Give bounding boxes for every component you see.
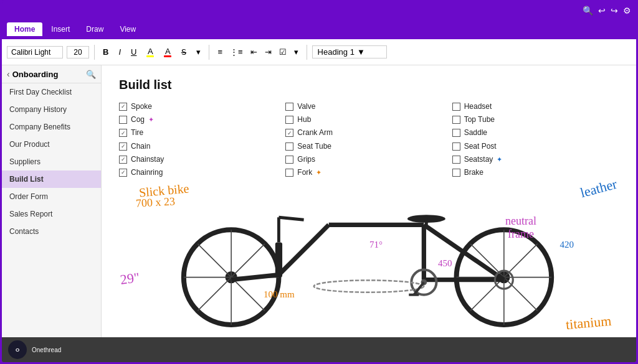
redo-icon[interactable]: ↪: [611, 6, 618, 16]
list-item: Seat Tube: [285, 141, 452, 152]
item-label-chain: Chain: [131, 141, 150, 152]
sidebar-item-order-form[interactable]: Order Form: [2, 188, 101, 205]
checkbox-headset[interactable]: [452, 103, 460, 111]
checkbox-button[interactable]: ☑: [276, 45, 290, 58]
annotation-dim420: 420: [560, 240, 574, 250]
sidebar-item-first-day[interactable]: First Day Checklist: [2, 83, 101, 101]
page-title: Build list: [119, 78, 619, 92]
checkbox-spoke[interactable]: [119, 103, 127, 111]
checkbox-valve[interactable]: [285, 103, 293, 111]
checkbox-chainring[interactable]: [119, 169, 127, 177]
underline-button[interactable]: U: [128, 45, 140, 58]
checkbox-hub[interactable]: [285, 116, 293, 124]
strikethrough-button[interactable]: S̶: [178, 45, 189, 58]
title-bar: 🔍 ↩ ↪ ⚙: [2, 2, 636, 19]
list-item: Chain: [119, 141, 285, 152]
star-icon-fork: ✦: [316, 167, 321, 179]
toolbar: B I U A A S̶ ▾ ≡ ⋮≡ ⇤ ⇥ ☑ ▾ Heading: [2, 39, 636, 65]
bold-button[interactable]: B: [100, 45, 112, 58]
item-label-seatstay: Seatstay: [464, 154, 493, 166]
checkbox-seatstay[interactable]: [452, 156, 460, 164]
sidebar-item-build-list[interactable]: Build List: [2, 170, 101, 188]
font-name-input[interactable]: [7, 46, 63, 58]
italic-button[interactable]: I: [115, 45, 124, 58]
item-label-toptube: Top Tube: [464, 114, 495, 126]
item-label-seattube: Seat Tube: [297, 141, 331, 152]
undo-icon[interactable]: ↩: [598, 6, 606, 16]
star-icon-seatstay: ✦: [497, 154, 502, 166]
format-dropdown-button[interactable]: ▾: [193, 45, 204, 58]
sidebar-header: ‹ Onboarding 🔍: [2, 65, 101, 83]
item-label-cog: Cog: [131, 114, 145, 126]
list-buttons: ≡ ⋮≡ ⇤ ⇥ ☑ ▾: [214, 45, 301, 58]
annotation-dim450: 450: [438, 258, 452, 269]
sidebar-item-company-benefits[interactable]: Company Benefits: [2, 118, 101, 136]
sidebar-search-icon[interactable]: 🔍: [86, 70, 96, 79]
checkbox-saddle[interactable]: [452, 129, 460, 137]
item-label-headset: Headset: [464, 101, 492, 113]
toolbar-separator-2: [209, 45, 209, 60]
item-label-crankarm: Crank Arm: [297, 127, 333, 139]
checkbox-tire[interactable]: [119, 129, 127, 137]
checkbox-brake[interactable]: [452, 169, 460, 177]
list-item: Saddle: [452, 127, 619, 139]
tab-draw[interactable]: Draw: [79, 22, 111, 36]
sidebar-item-our-product[interactable]: Our Product: [2, 136, 101, 153]
highlight-button[interactable]: A: [143, 45, 157, 59]
checkbox-crankarm[interactable]: [285, 129, 293, 137]
app-logo: O: [8, 340, 27, 359]
search-icon[interactable]: 🔍: [583, 6, 593, 16]
list-item: Crank Arm: [285, 127, 452, 139]
checkbox-seattube[interactable]: [285, 142, 293, 151]
tab-insert[interactable]: Insert: [44, 22, 77, 36]
indent-increase-button[interactable]: ⇥: [262, 45, 275, 58]
checkbox-chainstay[interactable]: [119, 156, 127, 164]
annotation-size: 29": [119, 269, 140, 288]
checkbox-fork[interactable]: [285, 169, 293, 177]
annotation-measurement: 100 mm: [264, 289, 295, 300]
app-frame: 🔍 ↩ ↪ ⚙ Home Insert Draw View B I U A A: [0, 0, 638, 364]
list-format-dropdown[interactable]: ▾: [291, 45, 302, 58]
sidebar-back-button[interactable]: ‹: [7, 69, 10, 79]
bike-area: Slick bike 700 x 23 29" leather neutralf…: [102, 177, 636, 337]
settings-icon[interactable]: ⚙: [623, 6, 631, 16]
sidebar-item-sales-report[interactable]: Sales Report: [2, 205, 101, 223]
item-label-valve: Valve: [297, 101, 315, 113]
checkbox-toptube[interactable]: [452, 116, 460, 124]
list-item: Grips: [285, 154, 452, 166]
sidebar-item-suppliers[interactable]: Suppliers: [2, 153, 101, 170]
svg-rect-0: [154, 177, 584, 337]
app-name: Onethread: [32, 347, 61, 353]
numbered-list-button[interactable]: ⋮≡: [227, 45, 246, 58]
checkbox-chain[interactable]: [119, 142, 127, 151]
sidebar-item-contacts[interactable]: Contacts: [2, 223, 101, 240]
menu-bar: Home Insert Draw View: [2, 19, 636, 39]
list-item: Seatstay ✦: [452, 154, 619, 166]
font-size-input[interactable]: [67, 46, 89, 58]
item-label-tire: Tire: [131, 127, 143, 139]
tab-view[interactable]: View: [112, 22, 143, 36]
checkbox-grips[interactable]: [285, 156, 293, 164]
list-item: Hub: [285, 114, 452, 126]
sidebar-item-company-history[interactable]: Company History: [2, 101, 101, 118]
heading-dropdown[interactable]: Heading 1 ▼: [312, 45, 387, 58]
sidebar-title: Onboarding: [12, 70, 83, 79]
bike-svg: [102, 177, 636, 337]
indent-decrease-button[interactable]: ⇤: [247, 45, 260, 58]
font-color-button[interactable]: A: [161, 45, 174, 59]
list-item: Tire: [119, 127, 285, 139]
item-label-grips: Grips: [297, 154, 315, 166]
tab-home[interactable]: Home: [7, 22, 42, 36]
item-label-hub: Hub: [297, 114, 311, 126]
checkbox-cog[interactable]: [119, 116, 127, 124]
list-item: Cog ✦: [119, 114, 285, 126]
toolbar-separator-3: [307, 45, 307, 60]
checkbox-seatpost[interactable]: [452, 142, 460, 151]
list-item: Top Tube: [452, 114, 619, 126]
main-area: ‹ Onboarding 🔍 First Day Checklist Compa…: [2, 65, 636, 337]
item-label-spoke: Spoke: [131, 101, 152, 113]
bullet-list-button[interactable]: ≡: [214, 45, 226, 58]
heading-dropdown-arrow: ▼: [357, 47, 365, 57]
svg-rect-19: [275, 242, 282, 277]
annotation-neutral-frame: neutralframe: [505, 215, 536, 241]
